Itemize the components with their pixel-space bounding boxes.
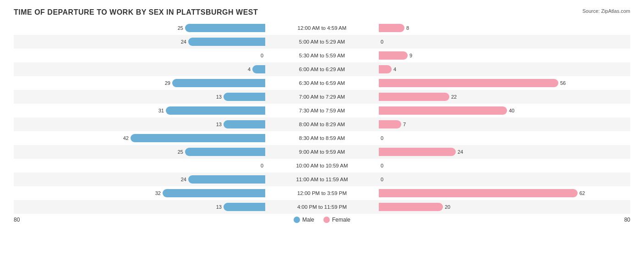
row-inner: 31 7:30 AM to 7:59 AM 40 xyxy=(14,104,630,117)
right-section: 62 xyxy=(379,186,630,200)
chart-footer: 80 Male Female 80 xyxy=(14,217,630,223)
time-label: 10:00 AM to 10:59 AM xyxy=(265,163,379,168)
male-value-label: 13 xyxy=(216,122,222,127)
male-value-label: 13 xyxy=(216,204,222,210)
female-bar-wrapper: 22 xyxy=(379,93,630,101)
right-section: 7 xyxy=(379,117,630,131)
male-bar xyxy=(185,24,265,32)
left-section: 25 xyxy=(14,145,265,159)
male-bar-wrapper: 31 xyxy=(14,106,265,115)
male-bar xyxy=(131,134,265,142)
male-bar-wrapper: 32 xyxy=(14,189,265,197)
female-bar-wrapper: 9 xyxy=(379,51,630,60)
female-bar xyxy=(379,189,578,197)
male-value-label: 31 xyxy=(158,108,164,113)
male-value-label: 24 xyxy=(181,177,186,182)
right-section: 20 xyxy=(379,200,630,214)
right-section: 24 xyxy=(379,145,630,159)
chart-area: 25 12:00 AM to 4:59 AM 8 xyxy=(14,21,630,214)
time-label: 11:00 AM to 11:59 AM xyxy=(265,177,379,182)
female-bar xyxy=(379,148,456,156)
male-bar-wrapper: 29 xyxy=(14,79,265,87)
female-bar-wrapper: 62 xyxy=(379,189,630,197)
time-label: 7:30 AM to 7:59 AM xyxy=(265,108,379,113)
male-value-label: 4 xyxy=(248,67,251,72)
female-bar-wrapper: 4 xyxy=(379,65,630,73)
chart-title: TIME OF DEPARTURE TO WORK BY SEX IN PLAT… xyxy=(14,8,630,17)
row-inner: 29 6:30 AM to 6:59 AM 56 xyxy=(14,76,630,90)
female-bar-wrapper: 0 xyxy=(379,175,630,184)
male-value-label: 0 xyxy=(261,163,263,168)
right-section: 0 xyxy=(379,173,630,186)
female-bar xyxy=(379,106,507,115)
female-bar-wrapper: 0 xyxy=(379,38,630,46)
male-value-label: 29 xyxy=(165,80,170,86)
female-bar-wrapper: 7 xyxy=(379,120,630,128)
female-bar xyxy=(379,203,443,211)
time-label: 5:00 AM to 5:29 AM xyxy=(265,39,379,45)
male-bar-wrapper: 13 xyxy=(14,93,265,101)
female-bar-wrapper: 0 xyxy=(379,134,630,142)
row-inner: 42 8:30 AM to 8:59 AM 0 xyxy=(14,131,630,145)
source-text: Source: ZipAtlas.com xyxy=(582,8,630,14)
right-section: 40 xyxy=(379,104,630,117)
row-inner: 25 9:00 AM to 9:59 AM 24 xyxy=(14,145,630,159)
female-legend-label: Female xyxy=(332,217,350,223)
time-label: 8:00 AM to 8:29 AM xyxy=(265,122,379,127)
bar-row: 32 12:00 PM to 3:59 PM 62 xyxy=(14,186,630,200)
male-bar-wrapper: 4 xyxy=(14,65,265,73)
bar-row: 24 5:00 AM to 5:29 AM 0 xyxy=(14,35,630,49)
bar-row: 13 7:00 AM to 7:29 AM 22 xyxy=(14,90,630,104)
bar-row: 25 9:00 AM to 9:59 AM 24 xyxy=(14,145,630,159)
male-bar xyxy=(166,106,265,115)
male-value-label: 42 xyxy=(123,135,129,141)
male-bar-wrapper: 24 xyxy=(14,175,265,184)
male-value-label: 0 xyxy=(261,53,263,58)
bar-row: 4 6:00 AM to 6:29 AM 4 xyxy=(14,62,630,76)
row-inner: 13 7:00 AM to 7:29 AM 22 xyxy=(14,90,630,104)
right-section: 0 xyxy=(379,159,630,173)
left-section: 31 xyxy=(14,104,265,117)
bar-row: 13 8:00 AM to 8:29 AM 7 xyxy=(14,117,630,131)
male-bar-wrapper: 25 xyxy=(14,148,265,156)
male-bar xyxy=(188,38,265,46)
female-bar xyxy=(379,65,392,73)
female-value-label: 24 xyxy=(458,149,463,155)
time-label: 12:00 PM to 3:59 PM xyxy=(265,190,379,196)
time-label: 4:00 PM to 11:59 PM xyxy=(265,204,379,210)
male-value-label: 32 xyxy=(155,190,161,196)
row-inner: 25 12:00 AM to 4:59 AM 8 xyxy=(14,21,630,35)
female-bar xyxy=(379,120,401,128)
left-section: 32 xyxy=(14,186,265,200)
row-inner: 0 5:30 AM to 5:59 AM 9 xyxy=(14,49,630,62)
male-bar xyxy=(188,175,265,184)
male-bar xyxy=(185,148,265,156)
female-value-label: 4 xyxy=(393,67,396,72)
legend-male: Male xyxy=(294,217,314,223)
male-bar xyxy=(252,65,265,73)
left-section: 13 xyxy=(14,90,265,104)
male-bar-wrapper: 25 xyxy=(14,24,265,32)
time-label: 5:30 AM to 5:59 AM xyxy=(265,53,379,58)
left-section: 25 xyxy=(14,21,265,35)
left-section: 0 xyxy=(14,49,265,62)
male-legend-label: Male xyxy=(302,217,314,223)
male-value-label: 25 xyxy=(178,25,183,31)
female-bar xyxy=(379,24,404,32)
legend: Male Female xyxy=(294,217,350,223)
row-inner: 4 6:00 AM to 6:29 AM 4 xyxy=(14,62,630,76)
row-inner: 32 12:00 PM to 3:59 PM 62 xyxy=(14,186,630,200)
bar-row: 13 4:00 PM to 11:59 PM 20 xyxy=(14,200,630,214)
female-value-label: 8 xyxy=(406,25,409,31)
chart-container: TIME OF DEPARTURE TO WORK BY SEX IN PLAT… xyxy=(0,0,644,273)
right-section: 9 xyxy=(379,49,630,62)
female-value-label: 0 xyxy=(381,39,383,45)
female-bar-wrapper: 20 xyxy=(379,203,630,211)
row-inner: 13 4:00 PM to 11:59 PM 20 xyxy=(14,200,630,214)
bar-row: 24 11:00 AM to 11:59 AM 0 xyxy=(14,173,630,186)
left-section: 24 xyxy=(14,35,265,49)
male-value-label: 24 xyxy=(181,39,186,45)
male-bar-wrapper: 0 xyxy=(14,51,265,60)
right-section: 0 xyxy=(379,35,630,49)
male-bar-wrapper: 0 xyxy=(14,162,265,170)
